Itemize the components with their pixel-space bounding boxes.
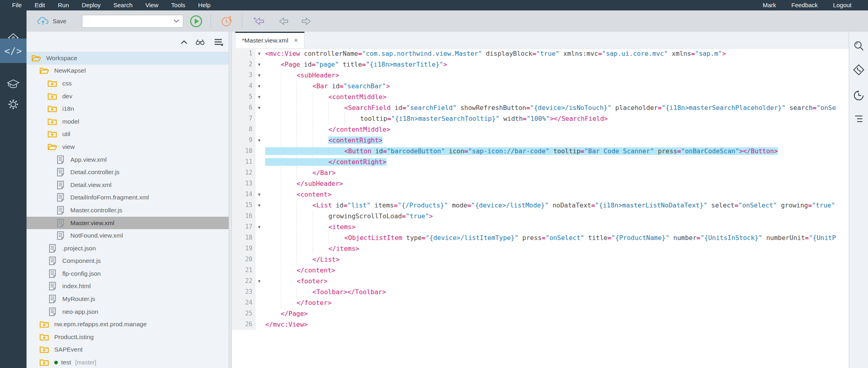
fold-arrow-icon[interactable]: ▼ — [256, 135, 263, 146]
tree-folder-productlisting[interactable]: ProductListing — [27, 331, 229, 344]
search-icon — [853, 41, 864, 52]
fold-arrow-icon[interactable]: ▼ — [256, 200, 263, 211]
code-line-15[interactable]: 15▼<List id="list" items="{/Products}" m… — [232, 200, 849, 211]
tree-file-neo-app.json[interactable]: neo-app.json — [27, 305, 229, 318]
tree-file-flp-config.json[interactable]: flp-config.json — [27, 267, 229, 280]
fold-arrow-icon[interactable]: ▼ — [256, 102, 263, 113]
code-line-25[interactable]: 25</Page> — [232, 308, 849, 319]
menu-icon[interactable] — [214, 37, 223, 47]
fold-arrow-icon[interactable]: ▼ — [256, 81, 263, 91]
tree-file-index.html[interactable]: index.html — [27, 280, 229, 293]
panel-resize-handle[interactable] — [229, 32, 232, 368]
run-history-button[interactable] — [220, 10, 233, 32]
tree-file-master.controller.js[interactable]: Master.controller.js — [27, 204, 229, 217]
code-line-18[interactable]: 18<ObjectListItem type="{device>/listIte… — [232, 232, 849, 243]
fold-arrow-icon[interactable]: ▼ — [256, 70, 263, 81]
panel-search-icon[interactable] — [849, 39, 868, 53]
tree-file-detail.view.xml[interactable]: Detail.view.xml — [27, 179, 229, 191]
tree-folder-nw.epm.refapps.ext.prod.manage[interactable]: nw.epm.refapps.ext.prod.manage — [27, 318, 229, 331]
menu-edit[interactable]: Edit — [28, 0, 51, 10]
code-line-26[interactable]: 26</mvc:View> — [232, 319, 849, 330]
collapse-all-icon[interactable] — [179, 37, 189, 47]
code-line-12[interactable]: 12</Bar> — [232, 167, 849, 178]
menu-run[interactable]: Run — [51, 0, 76, 10]
code-line-17[interactable]: 17▼<items> — [232, 222, 849, 232]
tree-folder-workspace[interactable]: Workspace — [27, 52, 229, 65]
tree-folder-css[interactable]: css — [27, 77, 229, 90]
menu-logout[interactable]: Logout — [825, 0, 859, 10]
code-line-4[interactable]: 4▼<Bar id="searchBar"> — [232, 81, 849, 91]
code-line-24[interactable]: 24</footer> — [232, 297, 849, 308]
tree-file-notfound.view.xml[interactable]: NotFound.view.xml — [27, 229, 229, 242]
menu-file[interactable]: File — [6, 0, 28, 10]
close-icon[interactable]: × — [294, 37, 298, 45]
code-line-7[interactable]: 7tooltip="{i18n>masterSearchTooltip}" wi… — [232, 113, 849, 124]
fold-spacer — [256, 232, 263, 243]
code-line-3[interactable]: 3▼<subHeader> — [232, 70, 849, 81]
activity-settings-icon[interactable] — [0, 92, 27, 116]
tree-file-detailinfoform.fragment.xml[interactable]: DetailInfoForm.fragment.xml — [27, 191, 229, 204]
binoculars-icon[interactable] — [195, 37, 205, 47]
activity-code-icon[interactable]: </> — [0, 39, 27, 63]
tree-folder-test[interactable]: test[master] — [27, 356, 229, 368]
menu-mark[interactable]: Mark — [755, 0, 784, 10]
run-button[interactable] — [190, 10, 203, 32]
tree-item-label: NotFound.view.xml — [70, 232, 123, 239]
code-area[interactable]: 1▼<mvc:View controllerName="com.sap.nort… — [232, 48, 849, 368]
tree-folder-view[interactable]: view — [27, 140, 229, 153]
code-line-20[interactable]: 20</List> — [232, 254, 849, 265]
code-line-13[interactable]: 13</subHeader> — [232, 178, 849, 189]
menu-feedback[interactable]: Feedback — [784, 0, 825, 10]
code-line-14[interactable]: 14▼<content> — [232, 189, 849, 200]
menu-help[interactable]: Help — [192, 0, 217, 10]
code-line-8[interactable]: 8</contentMiddle> — [232, 124, 849, 135]
code-line-9[interactable]: 9▼<contentRight> — [232, 135, 849, 146]
save-button[interactable]: Save — [37, 10, 66, 32]
fold-arrow-icon[interactable]: ▼ — [256, 222, 263, 232]
code-line-2[interactable]: 2▼<Page id="page" title="{i18n>masterTit… — [232, 59, 849, 70]
tree-folder-newkapsel[interactable]: NewKapsel — [27, 65, 229, 77]
run-configuration-combobox[interactable] — [82, 15, 183, 28]
tree-folder-model[interactable]: model — [27, 115, 229, 128]
fold-spacer — [256, 243, 263, 254]
tree-file-component.js[interactable]: Component.js — [27, 255, 229, 268]
menu-search[interactable]: Search — [107, 0, 139, 10]
file-icon — [47, 281, 57, 291]
code-line-21[interactable]: 21</content> — [232, 265, 849, 276]
code-line-11[interactable]: 11</contentRight> — [232, 157, 849, 167]
code-line-19[interactable]: 19</items> — [232, 243, 849, 254]
panel-git-icon[interactable] — [849, 63, 868, 77]
tree-folder-dev[interactable]: dev — [27, 90, 229, 103]
code-line-23[interactable]: 23<Toolbar></Toolbar> — [232, 287, 849, 297]
menu-view[interactable]: View — [139, 0, 165, 10]
code-line-text: </contentRight> — [263, 157, 849, 167]
tree-file-master.view.xml[interactable]: Master.view.xml — [27, 217, 229, 230]
fold-arrow-icon[interactable]: ▼ — [256, 276, 263, 287]
navigate-forward-button[interactable] — [299, 10, 313, 32]
panel-history-icon[interactable] — [849, 89, 868, 102]
fold-arrow-icon[interactable]: ▼ — [256, 59, 263, 70]
code-line-16[interactable]: 16growingScrollToLoad="true"> — [232, 211, 849, 222]
tree-file-.project.json[interactable]: .project.json — [27, 242, 229, 255]
tree-folder-sapevent[interactable]: SAPEvent — [27, 344, 229, 356]
code-line-22[interactable]: 22▼<footer> — [232, 276, 849, 287]
tab-master-view-xml[interactable]: *Master.view.xml × — [235, 32, 305, 48]
file-icon — [55, 167, 65, 177]
last-edit-location-button[interactable] — [252, 10, 266, 32]
code-line-10[interactable]: 10<Button id="barcodeButton" icon="sap-i… — [232, 146, 849, 157]
tree-folder-util[interactable]: util — [27, 128, 229, 141]
menu-tools[interactable]: Tools — [165, 0, 192, 10]
code-line-5[interactable]: 5▼<contentMiddle> — [232, 91, 849, 102]
tree-file-detail.controller.js[interactable]: Detail.controller.js — [27, 166, 229, 179]
tree-file-myrouter.js[interactable]: MyRouter.js — [27, 293, 229, 305]
fold-arrow-icon[interactable]: ▼ — [256, 48, 263, 59]
code-line-1[interactable]: 1▼<mvc:View controllerName="com.sap.nort… — [232, 48, 849, 59]
fold-arrow-icon[interactable]: ▼ — [256, 91, 263, 102]
navigate-back-button[interactable] — [276, 10, 291, 32]
tree-folder-i18n[interactable]: i18n — [27, 102, 229, 115]
menu-deploy[interactable]: Deploy — [76, 0, 107, 10]
tree-file-app.view.xml[interactable]: App.view.xml — [27, 153, 229, 166]
fold-arrow-icon[interactable]: ▼ — [256, 189, 263, 200]
panel-outline-icon[interactable] — [849, 112, 868, 126]
code-line-6[interactable]: 6▼<SearchField id="searchField" showRefr… — [232, 102, 849, 113]
